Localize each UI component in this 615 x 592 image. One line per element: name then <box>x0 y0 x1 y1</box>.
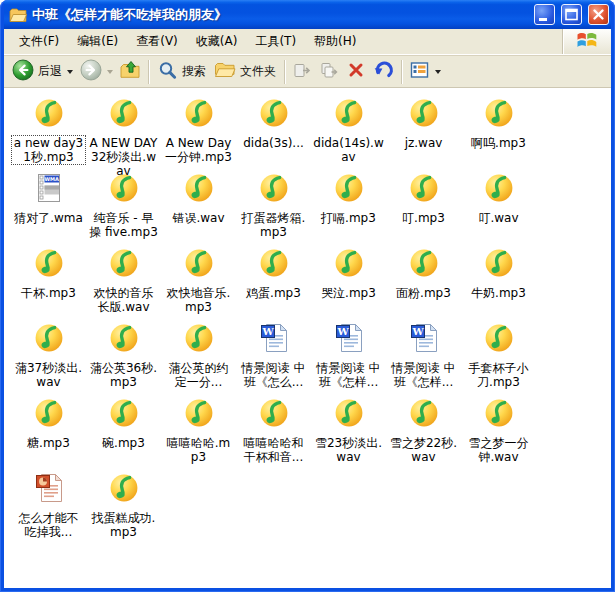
qq-music-note-icon <box>108 170 140 208</box>
file-item[interactable]: 叮.wav <box>461 170 536 245</box>
file-item[interactable]: 碗.mp3 <box>86 395 161 470</box>
menu-item-view[interactable]: 查看(V) <box>127 29 187 54</box>
copy-to-icon <box>319 60 340 84</box>
close-button[interactable] <box>588 4 609 25</box>
qq-music-note-icon <box>333 395 365 433</box>
qq-music-note-icon <box>408 245 440 283</box>
file-label: A New Day一分钟.mp3 <box>161 135 236 165</box>
file-item[interactable]: 嘻嘻哈哈.mp3 <box>161 395 236 470</box>
file-item[interactable]: 嘻嘻哈哈和干杯和音... <box>236 395 311 470</box>
toolbar-separator <box>401 60 402 84</box>
up-button[interactable] <box>116 57 144 86</box>
file-item[interactable]: 蒲37秒淡出.wav <box>11 320 86 395</box>
file-label: 情景阅读 中班《怎样... <box>311 360 386 390</box>
qq-music-note-icon <box>483 245 515 283</box>
file-item[interactable]: dida(14s).wav <box>311 95 386 170</box>
windows-logo-icon <box>575 29 599 55</box>
file-item[interactable]: 雪之梦一分钟.wav <box>461 395 536 470</box>
file-item[interactable]: 打嗝.mp3 <box>311 170 386 245</box>
menu-item-favorites[interactable]: 收藏(A) <box>187 29 247 54</box>
file-label: 面粉.mp3 <box>394 285 453 301</box>
file-item[interactable]: 蒲公英的约定一分... <box>161 320 236 395</box>
svg-text:W: W <box>411 326 424 337</box>
qq-music-note-icon <box>258 395 290 433</box>
menu-item-help[interactable]: 帮助(H) <box>305 29 365 54</box>
file-item[interactable]: 面粉.mp3 <box>386 245 461 320</box>
file-item[interactable]: WMA猜对了.wma <box>11 170 86 245</box>
word-document-icon: W <box>408 320 440 358</box>
file-item[interactable]: W情景阅读 中班《怎样... <box>386 320 461 395</box>
file-label: dida(3s)... <box>241 135 306 151</box>
views-button[interactable] <box>406 58 444 85</box>
minimize-button[interactable] <box>534 4 555 25</box>
file-item[interactable]: W情景阅读 中班《怎样... <box>311 320 386 395</box>
file-item[interactable]: 怎么才能不吃掉我... <box>11 470 86 545</box>
qq-music-note-icon <box>483 170 515 208</box>
file-item[interactable]: a new day31秒.mp3 <box>11 95 86 170</box>
file-label: 找蛋糕成功.mp3 <box>86 510 161 540</box>
back-dropdown-caret[interactable] <box>67 70 73 74</box>
title-bar[interactable]: 中班《怎样才能不吃掉我的朋友》 <box>4 0 611 29</box>
qq-music-note-icon <box>183 95 215 133</box>
qq-music-note-icon <box>33 395 65 433</box>
files-grid: a new day31秒.mp3A NEW DAY32秒淡出.wavA New … <box>4 88 611 545</box>
qq-music-note-icon <box>183 245 215 283</box>
forward-button[interactable] <box>77 57 116 86</box>
file-label: 蒲公英36秒.mp3 <box>86 360 161 390</box>
qq-music-note-icon <box>408 95 440 133</box>
file-item[interactable]: 错误.wav <box>161 170 236 245</box>
menu-item-tools[interactable]: 工具(T) <box>246 29 305 54</box>
file-item[interactable]: 糖.mp3 <box>11 395 86 470</box>
file-item[interactable]: 蒲公英36秒.mp3 <box>86 320 161 395</box>
file-item[interactable]: 干杯.mp3 <box>11 245 86 320</box>
file-label: 叮.wav <box>476 210 520 226</box>
folder-icon <box>9 7 27 23</box>
qq-music-note-icon <box>108 395 140 433</box>
qq-music-note-icon <box>108 320 140 358</box>
file-item[interactable]: W情景阅读 中班《怎么... <box>236 320 311 395</box>
file-item[interactable]: dida(3s)... <box>236 95 311 170</box>
file-item[interactable]: 雪之梦22秒.wav <box>386 395 461 470</box>
views-dropdown-caret[interactable] <box>435 70 441 74</box>
file-item[interactable]: A NEW DAY32秒淡出.wav <box>86 95 161 170</box>
maximize-button[interactable] <box>561 4 582 25</box>
file-label: 情景阅读 中班《怎样... <box>386 360 461 390</box>
delete-icon <box>346 60 366 83</box>
file-item[interactable]: 纯音乐 - 早操 five.mp3 <box>86 170 161 245</box>
file-item[interactable]: 找蛋糕成功.mp3 <box>86 470 161 545</box>
qq-music-note-icon <box>258 245 290 283</box>
undo-icon <box>372 59 394 84</box>
file-item[interactable]: 手套杯子小刀.mp3 <box>461 320 536 395</box>
forward-dropdown-caret <box>107 70 113 74</box>
file-list-area[interactable]: a new day31秒.mp3A NEW DAY32秒淡出.wavA New … <box>4 88 611 588</box>
qq-music-note-icon <box>483 95 515 133</box>
file-item[interactable]: 打蛋器烤箱.mp3 <box>236 170 311 245</box>
file-item[interactable]: 鸡蛋.mp3 <box>236 245 311 320</box>
menu-item-file[interactable]: 文件(F) <box>10 29 68 54</box>
file-item[interactable]: 欢快的音乐长版.wav <box>86 245 161 320</box>
file-item[interactable]: 牛奶.mp3 <box>461 245 536 320</box>
search-button[interactable]: 搜索 <box>153 58 210 86</box>
file-label: a new day31秒.mp3 <box>11 135 86 165</box>
file-label: 鸡蛋.mp3 <box>244 285 303 301</box>
file-item[interactable]: A New Day一分钟.mp3 <box>161 95 236 170</box>
toolbar-separator <box>284 60 285 84</box>
folders-button[interactable]: 文件夹 <box>210 58 280 85</box>
word-document-icon: W <box>258 320 290 358</box>
file-item[interactable]: 欢快地音乐.mp3 <box>161 245 236 320</box>
file-item[interactable]: 啊呜.mp3 <box>461 95 536 170</box>
file-item[interactable]: 叮.mp3 <box>386 170 461 245</box>
qq-music-note-icon <box>333 170 365 208</box>
delete-button[interactable] <box>343 58 369 85</box>
file-label: 欢快地音乐.mp3 <box>161 285 236 315</box>
qq-music-note-icon <box>183 320 215 358</box>
file-item[interactable]: 哭泣.mp3 <box>311 245 386 320</box>
file-item[interactable]: 雪23秒淡出.wav <box>311 395 386 470</box>
file-item[interactable]: jz.wav <box>386 95 461 170</box>
back-button[interactable]: 后退 <box>8 57 77 86</box>
undo-button[interactable] <box>369 57 397 86</box>
file-label: 打蛋器烤箱.mp3 <box>236 210 311 240</box>
qq-music-note-icon <box>258 170 290 208</box>
menu-item-edit[interactable]: 编辑(E) <box>68 29 127 54</box>
qq-music-note-icon <box>33 245 65 283</box>
